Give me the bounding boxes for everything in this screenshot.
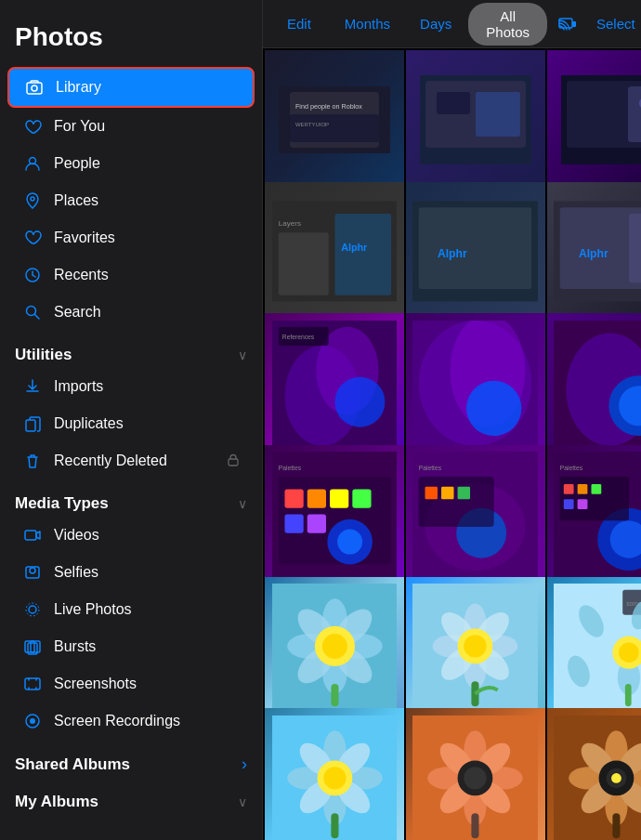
svg-point-58 — [466, 381, 521, 436]
svg-point-11 — [29, 606, 36, 613]
sidebar-item-duplicates[interactable]: Duplicates — [7, 405, 255, 442]
svg-rect-162 — [613, 813, 621, 838]
svg-rect-79 — [425, 487, 438, 499]
photo-overlay: Palettes — [406, 445, 545, 584]
photo-cell[interactable] — [406, 50, 545, 190]
favorites-label: Favorites — [54, 230, 240, 246]
edit-button[interactable]: Edit — [274, 10, 324, 37]
photo-cell[interactable]: Palettes — [406, 445, 545, 584]
imports-label: Imports — [54, 378, 240, 395]
library-icon — [24, 77, 45, 98]
media-types-section-header[interactable]: Media Types ∨ — [0, 479, 262, 517]
svg-point-102 — [321, 634, 347, 659]
svg-text:Alphr: Alphr — [341, 243, 368, 254]
sidebar-item-recently-deleted[interactable]: Recently Deleted — [7, 442, 255, 479]
photo-grid: Find people on Roblox WERTYUIOP — [263, 48, 641, 840]
photo-overlay: Alphr — [547, 182, 641, 322]
svg-rect-81 — [458, 487, 470, 499]
svg-text:Alphr: Alphr — [579, 247, 608, 260]
photo-cell[interactable] — [406, 313, 545, 453]
live-photos-label: Live Photos — [54, 601, 240, 618]
my-albums-section-header[interactable]: My Albums ∨ — [0, 778, 262, 815]
photo-cell[interactable]: Palettes — [547, 445, 641, 584]
sidebar-item-bursts[interactable]: Bursts — [7, 628, 255, 665]
photo-overlay — [265, 708, 404, 840]
live-photos-icon — [22, 599, 43, 620]
svg-rect-149 — [472, 813, 479, 838]
photo-cell[interactable] — [547, 708, 641, 840]
svg-rect-68 — [330, 490, 348, 508]
photo-cell[interactable] — [406, 708, 545, 840]
bursts-icon — [22, 637, 43, 657]
for-you-icon — [22, 116, 43, 137]
svg-rect-88 — [578, 485, 588, 495]
photo-overlay — [406, 50, 545, 190]
photo-cell[interactable]: Find people on Roblox WERTYUIOP — [265, 50, 404, 190]
shared-albums-section-header[interactable]: Shared Albums › — [0, 740, 262, 778]
svg-point-148 — [464, 767, 487, 789]
photo-overlay — [406, 577, 545, 716]
sidebar-item-imports[interactable]: Imports — [7, 368, 255, 405]
photo-cell[interactable] — [406, 577, 545, 716]
sidebar-item-screen-recordings[interactable]: Screen Recordings — [7, 702, 255, 740]
svg-point-136 — [323, 767, 346, 789]
photo-overlay — [547, 50, 641, 190]
cast-icon-button[interactable] — [555, 9, 580, 39]
svg-rect-39 — [278, 232, 328, 295]
sidebar-item-screenshots[interactable]: Screenshots — [7, 665, 255, 702]
sidebar-item-for-you[interactable]: For You — [7, 108, 255, 145]
photo-overlay: Find people on Roblox WERTYUIOP — [265, 50, 404, 190]
svg-rect-67 — [307, 490, 325, 508]
svg-rect-70 — [284, 515, 303, 533]
select-button[interactable]: Select — [583, 10, 641, 37]
app-title: Photos — [0, 15, 262, 67]
photo-cell[interactable]: Layers Alphr — [265, 182, 404, 322]
utilities-section-header[interactable]: Utilities ∨ — [0, 331, 262, 368]
screenshots-label: Screenshots — [54, 676, 240, 692]
sidebar: Photos Library For You People — [0, 0, 263, 840]
photo-cell[interactable] — [265, 577, 404, 716]
sidebar-item-places[interactable]: Places — [7, 182, 255, 219]
selfies-icon — [22, 562, 43, 583]
svg-rect-7 — [229, 459, 238, 466]
photo-cell[interactable]: something — [547, 577, 641, 716]
svg-text:Find people on Roblox: Find people on Roblox — [295, 102, 362, 111]
sidebar-item-favorites[interactable]: Favorites — [7, 219, 255, 256]
sidebar-item-people[interactable]: People — [7, 145, 255, 182]
tab-months[interactable]: Months — [332, 10, 403, 37]
svg-point-161 — [611, 773, 621, 783]
photo-overlay: something — [547, 577, 641, 716]
sidebar-item-recents[interactable]: Recents — [7, 256, 255, 294]
my-albums-title: My Albums — [15, 793, 98, 811]
photo-cell[interactable]: Palettes — [265, 445, 404, 584]
svg-rect-31 — [437, 92, 470, 114]
tab-days[interactable]: Days — [407, 10, 464, 37]
tab-all-photos[interactable]: All Photos — [468, 3, 547, 46]
sidebar-item-live-photos[interactable]: Live Photos — [7, 591, 255, 628]
svg-point-73 — [337, 530, 362, 555]
sidebar-item-library[interactable]: Library — [7, 67, 255, 108]
svg-rect-27 — [290, 114, 379, 142]
photo-cell[interactable]: Alphr — [547, 182, 641, 322]
sidebar-item-selfies[interactable]: Selfies — [7, 554, 255, 591]
people-icon — [22, 153, 43, 174]
photo-cell[interactable]: Alphr — [406, 182, 545, 322]
photo-cell[interactable] — [547, 50, 641, 190]
svg-rect-125 — [625, 684, 632, 706]
media-types-chevron: ∨ — [238, 496, 247, 511]
sidebar-item-search[interactable]: Search — [7, 294, 255, 331]
sidebar-item-videos[interactable]: Videos — [7, 517, 255, 554]
svg-point-52 — [334, 377, 385, 427]
photo-cell[interactable] — [547, 313, 641, 453]
photo-cell[interactable]: References — [265, 313, 404, 453]
lock-icon — [227, 453, 240, 469]
for-you-label: For You — [54, 118, 240, 135]
shared-albums-chevron: › — [242, 755, 247, 774]
svg-point-3 — [31, 197, 34, 201]
svg-rect-35 — [628, 86, 641, 142]
svg-point-124 — [619, 643, 639, 663]
photo-cell[interactable] — [265, 708, 404, 840]
shared-albums-title: Shared Albums — [15, 755, 130, 774]
svg-rect-78 — [419, 477, 494, 527]
svg-rect-103 — [331, 684, 338, 706]
